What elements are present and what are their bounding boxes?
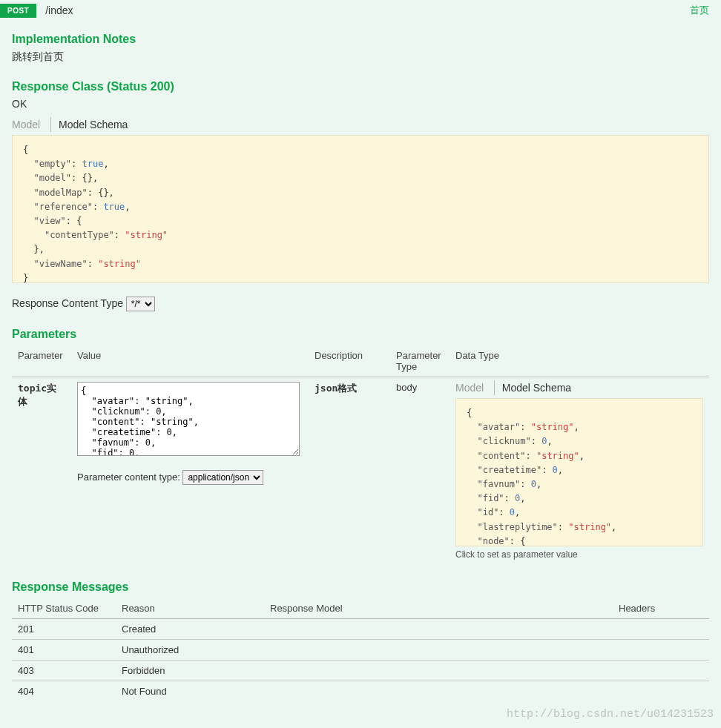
reason: Unauthorized <box>116 640 264 661</box>
param-body-textarea[interactable] <box>77 382 300 456</box>
parameters-title: Parameters <box>12 328 709 341</box>
col-parameter: Parameter <box>12 345 71 377</box>
http-method-badge: POST <box>0 4 36 18</box>
reason: Forbidden <box>116 661 264 681</box>
response-messages-title: Response Messages <box>12 580 709 594</box>
param-content-type-row: Parameter content type: application/json <box>77 470 303 485</box>
operation-header[interactable]: POST /index 首页 <box>0 0 721 21</box>
col-data-type: Data Type <box>450 345 709 377</box>
summary-link[interactable]: 首页 <box>690 4 709 17</box>
param-description: json格式 <box>309 377 390 565</box>
param-content-type-select[interactable]: application/json <box>182 470 263 485</box>
response-tabs: Model Model Schema <box>12 119 709 130</box>
tab-model[interactable]: Model <box>455 380 488 395</box>
col-status-code: HTTP Status Code <box>12 598 116 619</box>
col-reason: Reason <box>116 598 264 619</box>
response-row: 401Unauthorized <box>12 640 709 661</box>
implementation-notes-title: Implementation Notes <box>12 33 709 46</box>
reason: Created <box>116 619 264 640</box>
col-headers: Headers <box>613 598 709 619</box>
col-response-model: Response Model <box>264 598 613 619</box>
reason: Not Found <box>116 681 264 702</box>
param-datatype-cell: Model Model Schema { "avatar": "string",… <box>450 377 709 565</box>
response-content-type-row: Response Content Type */* <box>12 297 709 311</box>
status-code: 404 <box>12 681 116 702</box>
response-content-type-label: Response Content Type <box>12 297 123 309</box>
tab-model-schema[interactable]: Model Schema <box>494 380 576 395</box>
response-model <box>264 640 613 661</box>
param-value-cell: Parameter content type: application/json <box>71 377 309 565</box>
headers <box>613 640 709 661</box>
response-content-type-select[interactable]: */* <box>126 297 155 311</box>
param-content-type-label: Parameter content type: <box>77 471 180 483</box>
parameters-table: Parameter Value Description Parameter Ty… <box>12 345 709 564</box>
response-row: 403Forbidden <box>12 661 709 681</box>
response-class-title: Response Class (Status 200) <box>12 80 709 93</box>
implementation-notes-text: 跳转到首页 <box>12 50 709 64</box>
headers <box>613 619 709 640</box>
parameter-row: topic实体 Parameter content type: applicat… <box>12 377 709 565</box>
col-parameter-type: Parameter Type <box>390 345 450 377</box>
operation-content: Implementation Notes 跳转到首页 Response Clas… <box>0 21 721 713</box>
status-code: 403 <box>12 661 116 681</box>
param-name: topic实体 <box>12 377 71 565</box>
headers <box>613 681 709 702</box>
status-code: 201 <box>12 619 116 640</box>
response-model <box>264 619 613 640</box>
tab-model[interactable]: Model <box>12 117 45 132</box>
response-model <box>264 681 613 702</box>
col-value: Value <box>71 345 309 377</box>
param-type: body <box>390 377 450 565</box>
tab-model-schema[interactable]: Model Schema <box>50 117 132 132</box>
schema-hint[interactable]: Click to set as parameter value <box>455 549 703 560</box>
status-code: 401 <box>12 640 116 661</box>
param-schema-box[interactable]: { "avatar": "string", "clicknum": 0, "co… <box>455 398 703 546</box>
response-class-ok: OK <box>12 98 709 110</box>
col-description: Description <box>309 345 390 377</box>
datatype-tabs: Model Model Schema <box>455 382 703 394</box>
response-row: 404Not Found <box>12 681 709 702</box>
response-messages-table: HTTP Status Code Reason Response Model H… <box>12 598 709 701</box>
endpoint-path[interactable]: /index <box>45 4 73 16</box>
response-row: 201Created <box>12 619 709 640</box>
response-schema-box[interactable]: { "empty": true, "model": {}, "modelMap"… <box>12 135 709 283</box>
response-model <box>264 661 613 681</box>
headers <box>613 661 709 681</box>
